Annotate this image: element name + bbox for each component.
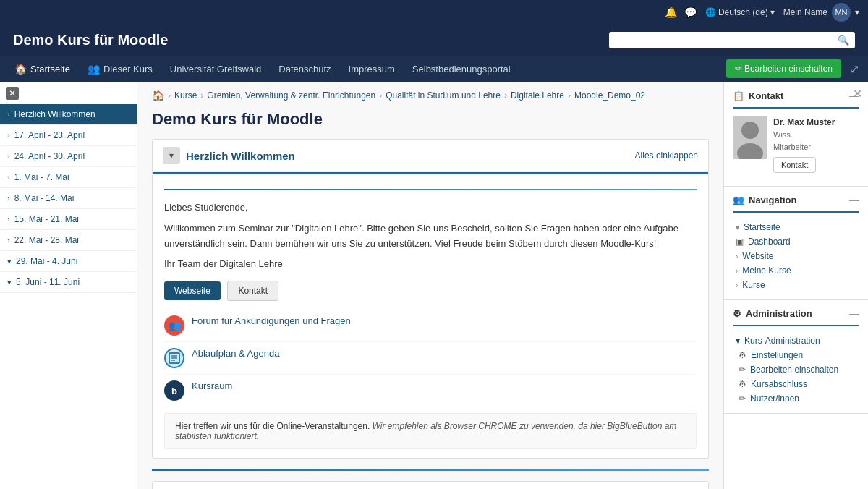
webseite-button[interactable]: Webseite (164, 281, 221, 300)
search-input[interactable] (615, 35, 835, 46)
sidebar-close-button[interactable]: ✕ (6, 87, 19, 100)
nav-selbstbedienung[interactable]: Selbstbedienungsportal (404, 56, 519, 82)
admin-kursabschluss-label: Kursabschluss (751, 379, 807, 389)
section-herzlich-willkommen: ▾ Herzlich Willkommen Alles einklappen L… (152, 139, 709, 459)
sidebar-item-22mai[interactable]: › 22. Mai - 28. Mai (0, 230, 137, 251)
admin-einstellungen-label: Einstellungen (751, 350, 803, 360)
admin-nutzer-label: Nutzer/innen (750, 394, 799, 404)
administration-collapse-button[interactable]: — (849, 307, 859, 319)
navigation-collapse-button[interactable]: — (849, 194, 859, 205)
language-label: Deutsch (de) (718, 7, 768, 17)
language-selector[interactable]: 🌐 Deutsch (de) ▾ (705, 7, 775, 17)
gear-icon: ⚙ (739, 350, 746, 360)
collapse-icon: ▾ (736, 224, 739, 231)
breadcrumb-qualitaet[interactable]: Qualität in Studium und Lehre (386, 90, 501, 101)
activity-kursraum: b Kursraum (164, 375, 697, 407)
sidebar-item-label: Herzlich Willkommen (14, 109, 95, 119)
nav-panel-dashboard[interactable]: ▣ Dashboard (733, 234, 859, 249)
breadcrumb-kurse[interactable]: Kurse (174, 90, 197, 101)
person-role2: Mitarbeiter (773, 141, 835, 153)
sidebar-item-label: 15. Mai - 21. Mai (14, 214, 79, 224)
kontakt-button[interactable]: Kontakt (227, 281, 278, 301)
kontakt-card: Dr. Max Muster Wiss. Mitarbeiter Kontakt (733, 116, 859, 173)
nav-impressum[interactable]: Impressum (340, 56, 404, 82)
nav-panel-meine-kurse[interactable]: › Meine Kurse (733, 263, 859, 278)
sidebar-item-24april[interactable]: › 24. April - 30. April (0, 146, 137, 167)
navigation-title-icon: 👥 (733, 195, 744, 205)
section-17-april: ▾ 17. April - 23. April (152, 481, 709, 489)
sidebar-item-5juni[interactable]: ▾ 5. Juni - 11. Juni (0, 272, 137, 293)
nav-label-uni: Universität Greifswald (170, 64, 261, 75)
alles-einklappen-link[interactable]: Alles einklappen (635, 150, 698, 161)
sidebar-item-herzlich-willkommen[interactable]: › Herzlich Willkommen (0, 104, 137, 125)
signature-text: Ihr Team der Digitalen Lehre (164, 257, 697, 272)
admin-nutzer[interactable]: ✏ Nutzer/innen (736, 391, 859, 406)
sidebar-item-label: 29. Mai - 4. Juni (16, 256, 77, 266)
breadcrumb-home-icon[interactable]: 🏠 (152, 90, 164, 101)
home-icon: 🏠 (14, 63, 27, 75)
users-icon: ✏ (739, 394, 746, 404)
expand-icon: › (736, 267, 738, 275)
sidebar-chevron-icon: › (7, 215, 10, 224)
fullscreen-icon[interactable]: ⤢ (847, 59, 862, 79)
nav-panel-dashboard-label: Dashboard (748, 237, 791, 247)
info-box: Hier treffen wir uns für die Online-Vera… (164, 413, 697, 449)
forum-icon: 👥 (164, 315, 184, 336)
administration-panel-header: ⚙ Administration — (733, 307, 859, 319)
forum-link[interactable]: Forum für Ankündigungen und Fragen (192, 315, 351, 326)
nav-panel-kurse[interactable]: › Kurse (733, 278, 859, 292)
breadcrumb-digitale-lehre[interactable]: Digitale Lehre (511, 90, 564, 101)
section-header-welcome: ▾ Herzlich Willkommen Alles einklappen (153, 140, 708, 172)
section-header-17april: ▾ 17. April - 23. April (153, 482, 708, 489)
nav-panel-startseite[interactable]: ▾ Startseite (733, 220, 859, 234)
nav-dieser-kurs[interactable]: 👥 Dieser Kurs (79, 56, 161, 82)
sidebar-chevron-icon: › (7, 173, 10, 182)
kontakt-panel-close-button[interactable]: ✕ (853, 87, 862, 101)
sidebar-item-17april[interactable]: › 17. April - 23. April (0, 125, 137, 146)
nav-panel-kurse-label: Kurse (742, 280, 765, 290)
search-bar[interactable]: 🔍 (609, 32, 855, 48)
kontakt-panel-title: 📋 Kontakt (733, 90, 783, 101)
ablaufplan-link[interactable]: Ablaufplan & Agenda (192, 348, 279, 359)
content-divider (152, 469, 709, 471)
username-label: Mein Name (783, 7, 827, 17)
sidebar-item-8mai[interactable]: › 8. Mai - 14. Mai (0, 188, 137, 209)
user-menu[interactable]: Mein Name MN ▾ (783, 3, 859, 22)
administration-divider (733, 325, 859, 326)
sidebar-item-15mai[interactable]: › 15. Mai - 21. Mai (0, 209, 137, 230)
kontakt-panel-header: 📋 Kontakt — (733, 90, 859, 101)
sidebar-chevron-icon: › (7, 131, 10, 140)
page-title: Demo Kurs für Moodle (152, 110, 709, 129)
admin-kursabschluss[interactable]: ⚙ Kursabschluss (736, 377, 859, 391)
sidebar-chevron-icon: ▾ (7, 257, 12, 266)
breadcrumb-moodle-demo[interactable]: Moodle_Demo_02 (574, 90, 645, 101)
nav-universitaet[interactable]: Universität Greifswald (161, 56, 270, 82)
administration-panel: ⚙ Administration — ▾ Kurs-Administration… (724, 300, 868, 414)
nav-panel-website[interactable]: › Website (733, 249, 859, 263)
nav-label-startseite: Startseite (30, 64, 70, 75)
breadcrumb-gremien[interactable]: Gremien, Verwaltung & zentr. Einrichtung… (207, 90, 375, 101)
kursraum-link[interactable]: Kursraum (192, 380, 232, 391)
sidebar-item-1mai[interactable]: › 1. Mai - 7. Mai (0, 167, 137, 188)
sidebar-item-29mai[interactable]: ▾ 29. Mai - 4. Juni (0, 251, 137, 272)
sidebar-item-label: 17. April - 23. April (14, 130, 85, 140)
nav-startseite[interactable]: 🏠 Startseite (6, 56, 79, 82)
kontakt-small-button[interactable]: Kontakt (773, 157, 816, 173)
section-divider (164, 189, 697, 190)
admin-einstellungen[interactable]: ⚙ Einstellungen (736, 348, 859, 362)
admin-bearbeiten[interactable]: ✏ Bearbeiten einschalten (736, 362, 859, 377)
dashboard-icon: ▣ (736, 237, 744, 247)
navigation-panel-title: 👥 Navigation (733, 195, 796, 205)
person-name: Dr. Max Muster (773, 116, 835, 129)
admin-kurs-admin[interactable]: ▾ Kurs-Administration (733, 333, 859, 348)
nav-label-dieser-kurs: Dieser Kurs (103, 64, 153, 75)
notifications-icon[interactable]: 🔔 (665, 7, 677, 18)
sidebar-chevron-icon: › (7, 152, 10, 161)
nav-datenschutz[interactable]: Datenschutz (270, 56, 339, 82)
messages-icon[interactable]: 💬 (684, 7, 697, 18)
section-toggle-welcome[interactable]: ▾ (163, 147, 180, 164)
person-avatar (733, 116, 767, 159)
pencil-icon: ✏ (739, 365, 746, 375)
sidebar-item-label: 22. Mai - 28. Mai (14, 235, 79, 245)
edit-mode-button[interactable]: ✏ Bearbeiten einschalten (726, 59, 841, 78)
